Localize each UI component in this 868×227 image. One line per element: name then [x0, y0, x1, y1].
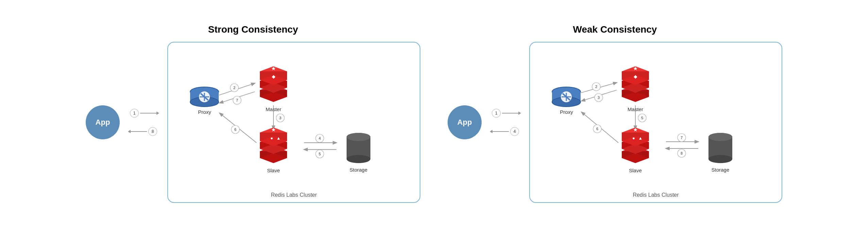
- svg-point-65: [678, 134, 686, 142]
- svg-text:4: 4: [319, 136, 321, 140]
- strong-arrow-8: 8: [130, 127, 157, 136]
- svg-point-53: [592, 83, 600, 91]
- strong-proxy-icon: [188, 87, 221, 107]
- weak-cluster-label: Redis Labs Cluster: [633, 192, 679, 198]
- weak-line-4: [492, 131, 509, 132]
- svg-point-16: [316, 150, 324, 158]
- svg-point-62: [593, 125, 601, 133]
- strong-line-1: [140, 113, 157, 114]
- weak-cluster-box: 2 3 5 6: [529, 42, 782, 203]
- svg-text:2: 2: [595, 85, 597, 89]
- weak-slave-group: ★ ● ▲ Slave: [618, 127, 652, 173]
- weak-step-1: 1: [492, 109, 501, 118]
- strong-arrow-1: 1: [130, 109, 157, 118]
- strong-slave-icon: ★ ● ▲: [256, 127, 290, 165]
- svg-text:3: 3: [279, 116, 281, 120]
- strong-master-icon: ★ ◆: [256, 66, 290, 104]
- strong-proxy-group: Proxy: [188, 87, 221, 115]
- svg-text:◆: ◆: [634, 74, 637, 79]
- svg-text:★: ★: [271, 66, 276, 71]
- strong-storage-icon: [345, 131, 372, 165]
- svg-line-61: [582, 112, 618, 143]
- strong-slave-group: ★ ● ▲ Slave: [256, 127, 290, 173]
- strong-cluster-label: Redis Labs Cluster: [271, 192, 317, 198]
- strong-storage-group: Storage: [345, 131, 372, 173]
- svg-line-52: [581, 83, 617, 93]
- strong-storage-label: Storage: [350, 167, 368, 173]
- weak-proxy-icon: [550, 87, 583, 107]
- svg-text:7: 7: [236, 98, 238, 102]
- weak-content: App 1 4: [448, 42, 782, 203]
- svg-text:◆: ◆: [272, 74, 276, 79]
- svg-point-51: [347, 133, 370, 141]
- svg-text:3: 3: [598, 95, 600, 100]
- weak-arrows-svg: 2 3 5 6: [544, 53, 768, 195]
- svg-text:8: 8: [681, 151, 683, 155]
- svg-point-68: [678, 149, 686, 157]
- weak-cluster-abs: 2 3 5 6: [544, 53, 768, 195]
- strong-arrows-svg: 2 7 3 6: [182, 53, 406, 195]
- svg-text:6: 6: [234, 127, 236, 132]
- weak-slave-label: Slave: [629, 168, 642, 173]
- svg-text:5: 5: [641, 116, 643, 120]
- weak-master-label: Master: [628, 106, 643, 112]
- svg-text:★: ★: [633, 127, 638, 133]
- svg-text:5: 5: [319, 152, 321, 156]
- weak-consistency-diagram: Weak Consistency App 1: [448, 24, 782, 203]
- weak-app-area: App: [448, 105, 482, 139]
- svg-point-102: [708, 155, 732, 163]
- weak-app-circle: App: [448, 105, 482, 139]
- strong-consistency-diagram: Strong Consistency App 1: [86, 24, 420, 203]
- strong-title: Strong Consistency: [208, 24, 298, 35]
- strong-master-label: Master: [266, 106, 281, 112]
- svg-text:★: ★: [633, 66, 638, 71]
- weak-app-label: App: [457, 118, 472, 127]
- weak-title: Weak Consistency: [573, 24, 657, 35]
- strong-app-area: App: [86, 105, 120, 139]
- svg-line-0: [219, 83, 255, 95]
- svg-point-50: [347, 155, 370, 163]
- svg-line-55: [582, 90, 617, 101]
- weak-proxy-group: Proxy: [550, 87, 583, 115]
- svg-line-9: [220, 113, 256, 143]
- weak-arrow-4: 4: [492, 127, 519, 136]
- strong-master-group: ★ ◆ Master: [256, 66, 290, 112]
- diagrams-container: Strong Consistency App 1: [0, 17, 868, 210]
- weak-master-group: ★ ◆ Master: [618, 66, 652, 112]
- svg-text:●: ●: [632, 136, 635, 141]
- weak-slave-icon: ★ ● ▲: [618, 127, 652, 165]
- svg-text:★: ★: [271, 127, 276, 133]
- strong-app-label: App: [96, 118, 110, 127]
- weak-proxy-label: Proxy: [560, 109, 573, 115]
- svg-text:2: 2: [233, 86, 235, 90]
- strong-slave-label: Slave: [267, 168, 280, 173]
- svg-point-59: [638, 114, 646, 122]
- strong-cluster-abs: 2 7 3 6: [182, 53, 406, 195]
- svg-point-103: [708, 133, 732, 141]
- strong-line-8: [130, 131, 147, 132]
- svg-point-56: [595, 93, 603, 102]
- weak-storage-icon: [707, 131, 734, 165]
- weak-app-arrows: 1 4: [492, 109, 519, 136]
- svg-point-7: [276, 114, 284, 122]
- svg-point-1: [230, 84, 238, 92]
- svg-text:6: 6: [596, 127, 598, 131]
- strong-step-8: 8: [148, 127, 157, 136]
- weak-storage-group: Storage: [707, 131, 734, 173]
- weak-step-4: 4: [510, 127, 519, 136]
- svg-text:▲: ▲: [638, 136, 643, 141]
- svg-text:●: ●: [270, 136, 273, 141]
- weak-master-icon: ★ ◆: [618, 66, 652, 104]
- strong-app-arrows: 1 8: [130, 109, 157, 136]
- strong-app-circle: App: [86, 105, 120, 139]
- svg-point-13: [316, 134, 324, 142]
- svg-point-4: [233, 96, 241, 104]
- strong-content: App 1 8: [86, 42, 420, 203]
- svg-point-10: [231, 125, 239, 134]
- strong-step-1: 1: [130, 109, 139, 118]
- weak-line-1: [502, 113, 519, 114]
- strong-proxy-label: Proxy: [198, 109, 211, 115]
- svg-text:7: 7: [681, 136, 683, 140]
- svg-line-3: [220, 92, 255, 103]
- weak-arrow-1: 1: [492, 109, 519, 118]
